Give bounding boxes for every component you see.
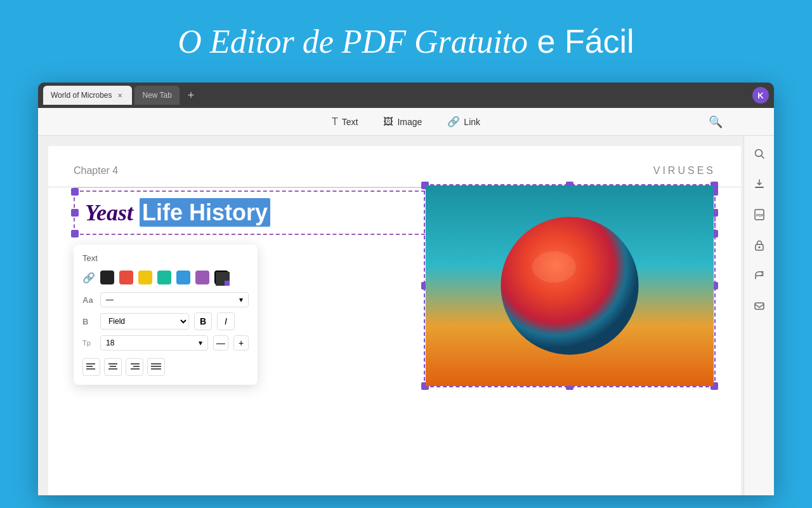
sphere-image <box>425 185 714 386</box>
header-cursive: O Editor de PDF Gratuito <box>178 23 528 60</box>
handle-middle-left[interactable] <box>71 209 79 217</box>
size-dropdown[interactable]: 18 ▾ <box>100 335 208 351</box>
new-tab-button[interactable]: + <box>182 86 200 104</box>
bold-button[interactable]: B <box>194 312 212 330</box>
svg-rect-2 <box>86 363 95 364</box>
sidebar-search-button[interactable] <box>749 144 769 164</box>
size-dropdown-arrow: ▾ <box>199 338 202 347</box>
panel-title: Text <box>82 253 249 263</box>
tab-active-label: World of Microbes <box>51 91 112 100</box>
size-increase-button[interactable]: + <box>233 335 249 351</box>
svg-rect-12 <box>151 366 161 367</box>
download-icon <box>754 178 765 190</box>
svg-point-16 <box>501 217 638 354</box>
svg-rect-8 <box>131 363 140 364</box>
color-red[interactable] <box>119 271 133 284</box>
font-size-dash[interactable]: — ▾ <box>100 292 249 307</box>
align-left-icon <box>86 363 96 371</box>
color-black[interactable] <box>100 271 114 284</box>
svg-text:PDF: PDF <box>756 213 764 217</box>
chapter-label: Chapter 4 <box>74 165 118 177</box>
svg-rect-20 <box>755 187 764 188</box>
browser-titlebar: World of Microbes ✕ New Tab + K <box>38 83 774 108</box>
svg-rect-13 <box>151 368 161 370</box>
right-sidebar: PDF <box>743 136 774 495</box>
text-icon: T <box>332 116 338 128</box>
align-left-button[interactable] <box>82 358 100 376</box>
editor-toolbar: T Text 🖼 Image 🔗 Link 🔍 <box>38 108 774 136</box>
sidebar-mail-button[interactable] <box>749 296 769 316</box>
size-row: Tp 18 ▾ — + <box>82 335 249 351</box>
tab-close-button[interactable]: ✕ <box>115 91 124 100</box>
align-center-icon <box>108 363 118 371</box>
browser-window: World of Microbes ✕ New Tab + K T Text 🖼… <box>38 83 774 495</box>
link-icon: 🔗 <box>447 116 460 128</box>
toolbar-link-label: Link <box>464 117 480 127</box>
handle-top-left[interactable] <box>71 188 79 196</box>
font-row: Aa — ▾ <box>82 292 249 307</box>
color-custom[interactable] <box>214 271 228 284</box>
font-icon-label: Aa <box>82 295 95 305</box>
size-decrease-button[interactable]: — <box>213 335 228 351</box>
image-icon: 🖼 <box>383 116 393 128</box>
svg-rect-11 <box>151 363 161 364</box>
size-icon-label: Tp <box>82 339 95 347</box>
tab-inactive-label: New Tab <box>142 91 171 100</box>
sidebar-lock-button[interactable] <box>749 235 769 255</box>
sidebar-share-button[interactable] <box>749 265 769 286</box>
page-header: O Editor de PDF Gratuito e Fácil <box>178 22 634 60</box>
search-icon <box>754 148 765 159</box>
align-justify-button[interactable] <box>147 358 165 376</box>
font-dropdown[interactable]: Field <box>100 313 189 330</box>
heading-cursive: Yeast <box>85 200 133 225</box>
align-right-icon <box>129 363 140 371</box>
svg-rect-7 <box>108 368 117 370</box>
dropdown-arrow: ▾ <box>239 295 243 304</box>
svg-point-17 <box>532 251 576 283</box>
handle-bottom-left[interactable] <box>71 230 79 237</box>
color-blue[interactable] <box>176 271 190 284</box>
align-justify-icon <box>151 363 161 371</box>
svg-rect-25 <box>755 303 764 309</box>
header-normal: e Fácil <box>528 23 634 60</box>
svg-line-19 <box>761 156 764 159</box>
align-right-button[interactable] <box>126 358 143 376</box>
color-purple[interactable] <box>195 271 209 284</box>
link-style-icon[interactable]: 🔗 <box>82 272 95 284</box>
pdf-icon: PDF <box>754 209 765 220</box>
avatar[interactable]: K <box>752 87 769 104</box>
toolbar-image-button[interactable]: 🖼 Image <box>378 114 427 130</box>
pdf-page: Chapter 4 VIRUSES Yeast Life History <box>48 146 741 495</box>
size-value: 18 <box>106 338 114 347</box>
sidebar-pdf-button[interactable]: PDF <box>749 204 769 225</box>
italic-button[interactable]: I <box>217 312 235 330</box>
align-center-button[interactable] <box>104 358 122 376</box>
heading-text: Yeast Life History <box>85 199 270 225</box>
sphere-svg <box>425 185 714 386</box>
color-yellow[interactable] <box>138 271 152 284</box>
svg-rect-4 <box>86 368 95 370</box>
tab-inactive[interactable]: New Tab <box>134 86 179 105</box>
align-row <box>82 358 249 376</box>
toolbar-link-button[interactable]: 🔗 Link <box>442 113 485 130</box>
svg-rect-9 <box>133 366 140 367</box>
color-teal[interactable] <box>157 271 171 284</box>
toolbar-text-button[interactable]: T Text <box>327 114 363 130</box>
bold-icon: B <box>82 317 95 326</box>
heading-selected: Life History <box>140 198 270 227</box>
tab-active[interactable]: World of Microbes ✕ <box>43 86 132 105</box>
svg-point-24 <box>758 246 760 248</box>
svg-rect-10 <box>131 368 140 370</box>
mail-icon <box>754 300 765 312</box>
toolbar-text-label: Text <box>342 117 358 127</box>
toolbar-image-label: Image <box>397 117 422 127</box>
sidebar-download-button[interactable] <box>749 174 769 194</box>
color-custom-icon <box>216 272 230 286</box>
svg-rect-6 <box>110 366 116 367</box>
chapter-header: Chapter 4 VIRUSES <box>48 146 741 187</box>
dash-label: — <box>106 295 114 304</box>
image-element[interactable] <box>424 184 716 387</box>
svg-rect-3 <box>86 366 93 367</box>
search-toolbar-button[interactable]: 🔍 <box>705 112 726 132</box>
lock-icon <box>754 239 765 251</box>
